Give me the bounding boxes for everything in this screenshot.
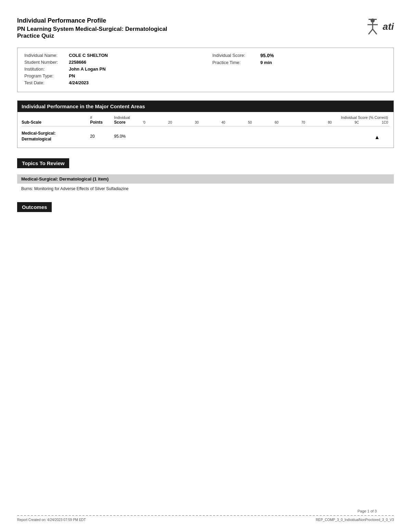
footer-report-id: REP_COMP_3_0_IndividualNonProctored_3_0_…	[316, 518, 394, 522]
program-type-label: Program Type:	[24, 73, 69, 78]
program-type-value: PN	[69, 73, 75, 78]
footer-report-created: Report Created on: 4/24/2023 07:59 PM ED…	[17, 518, 86, 522]
perf-col-group-headers: # Individual Individual Score (% Correct…	[22, 115, 389, 120]
outcomes-section: Outcomes	[17, 202, 394, 218]
footer-info-row: Report Created on: 4/24/2023 07:59 PM ED…	[17, 518, 394, 522]
chart-label-0: '0	[143, 121, 145, 124]
ati-logo-text: ati	[383, 21, 394, 32]
svg-line-3	[369, 29, 373, 34]
topics-to-review-title: Topics To Review	[17, 158, 69, 168]
chart-label-30: 30	[195, 121, 199, 124]
perf-data-subscale: Medical-Surgical:Dermatological	[22, 131, 90, 142]
ph-individual-score-chart: Individual Score (% Correct)	[141, 115, 389, 120]
program-type-row: Program Type: PN	[24, 73, 199, 78]
chart-triangle-marker: ▲	[374, 135, 380, 140]
page-footer: Page 1 of 3 Report Created on: 4/24/2023…	[0, 509, 411, 522]
perf-data-points: 20	[90, 134, 114, 139]
individual-score-row: Individual Score: 95.0%	[212, 53, 387, 58]
info-left-column: Individual Name: COLE C SHELTON Student …	[24, 53, 199, 87]
svg-line-4	[373, 29, 377, 34]
student-number-row: Student Number: 2258666	[24, 60, 199, 65]
test-date-row: Test Date: 4/24/2023	[24, 80, 199, 85]
chart-label-100: 1C0	[382, 121, 388, 124]
ph-individual-label: Individual	[114, 115, 141, 120]
header-title-block: Individual Performance Profile PN Learni…	[17, 17, 167, 39]
performance-section: Individual Performance in the Major Cont…	[17, 100, 394, 148]
individual-name-label: Individual Name:	[24, 53, 69, 58]
perf-data-score: 95.0%	[114, 134, 141, 139]
ati-logo-icon	[362, 17, 381, 36]
student-number-label: Student Number:	[24, 60, 69, 65]
individual-name-row: Individual Name: COLE C SHELTON	[24, 53, 199, 58]
chart-label-50: 50	[248, 121, 252, 124]
test-date-value: 4/24/2023	[69, 80, 89, 85]
institution-row: Institution: John A Logan PN	[24, 66, 199, 72]
individual-name-value: COLE C SHELTON	[69, 53, 108, 58]
info-right-column: Individual Score: 95.0% Practice Time: 9…	[212, 53, 387, 87]
chart-label-60: 60	[275, 121, 278, 124]
footer-page-number: Page 1 of 3	[17, 509, 394, 513]
ph-hash: #	[90, 115, 114, 120]
info-box: Individual Name: COLE C SHELTON Student …	[17, 48, 394, 92]
page-header: Individual Performance Profile PN Learni…	[17, 17, 394, 39]
topics-to-review-section: Topics To Review Medical-Surgical: Derma…	[17, 158, 394, 192]
perf-data-chart: ▲	[141, 133, 389, 140]
practice-time-value: 9 min	[260, 60, 272, 65]
practice-time-row: Practice Time: 9 min	[212, 60, 387, 65]
topic-item-0: Burns: Monitoring for Adverse Effects of…	[17, 186, 394, 192]
topic-group-header-0: Medical-Surgical: Dermatological (1 item…	[17, 174, 394, 184]
chart-label-20: 20	[168, 121, 172, 124]
institution-label: Institution:	[24, 66, 69, 72]
footer-divider	[17, 515, 394, 516]
performance-section-header: Individual Performance in the Major Cont…	[17, 101, 394, 112]
report-title-line2: PN Learning System Medical-Surgical: Der…	[17, 26, 167, 39]
outcomes-title: Outcomes	[17, 202, 52, 212]
chart-label-90: 9C	[354, 121, 359, 124]
perf-data-row: Medical-Surgical:Dermatological 20 95.0%…	[22, 128, 389, 145]
chart-axis-labels: '0 20 30 40 50 60 70 80 9C 1C0	[141, 121, 389, 124]
chart-label-80: 80	[328, 121, 332, 124]
individual-score-value: 95.0%	[260, 53, 274, 58]
report-title-line1: Individual Performance Profile	[17, 17, 167, 24]
sub-col-points: Points	[90, 120, 114, 125]
student-number-value: 2258666	[69, 60, 86, 65]
topic-group-0: Medical-Surgical: Dermatological (1 item…	[17, 174, 394, 192]
institution-value: John A Logan PN	[69, 66, 105, 72]
ati-logo: ati	[362, 17, 394, 36]
perf-sub-col-headers: Sub-Scale Points Score '0 20 30 40 50 60…	[22, 120, 389, 126]
performance-table-wrapper: # Individual Individual Score (% Correct…	[17, 112, 394, 148]
sub-col-score: Score	[114, 120, 141, 125]
chart-label-40: 40	[222, 121, 225, 124]
sub-col-subscale: Sub-Scale	[22, 120, 90, 125]
chart-label-70: 70	[301, 121, 305, 124]
test-date-label: Test Date:	[24, 80, 69, 85]
practice-time-label: Practice Time:	[212, 60, 260, 65]
individual-score-label: Individual Score:	[212, 53, 260, 58]
svg-rect-5	[369, 19, 377, 20]
